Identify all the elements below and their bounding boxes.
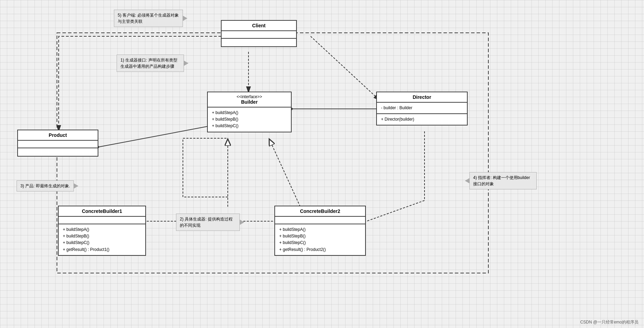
annotation-1: 1) 生成器接口: 声明在所有类型生成器中通用的产品构建步骤 [117, 55, 184, 72]
arrows-svg [0, 0, 644, 328]
cb1-to-builder-dashed-line [183, 138, 228, 197]
client-section1 [222, 31, 296, 39]
annotation-5-text: 5) 客户端: 必须将某个生成器对象与主管类关联 [118, 13, 179, 24]
product-class: Product [17, 130, 98, 157]
annotation-3: 3) 产品: 即最终生成的对象. [17, 180, 74, 191]
cb2-method3: + buildStepC() [279, 240, 361, 246]
product-section1 [18, 141, 98, 148]
product-header: Product [18, 130, 98, 141]
concrete-builder1-class: ConcreteBuilder1 + buildStepA() + buildS… [58, 206, 146, 256]
director-methods: + Director(builder) [377, 114, 467, 125]
client-to-director-arrow [311, 36, 380, 100]
cb2-section1 [275, 217, 365, 224]
builder-method1: + buildStepA() [212, 110, 287, 116]
director-method1: + Director(builder) [381, 116, 463, 123]
builder-stereotype: <<interface>> [212, 94, 287, 99]
client-class: Client [221, 20, 297, 47]
client-name: Client [252, 23, 266, 28]
builder-method3: + buildStepC() [212, 123, 287, 129]
cb2-to-builder-arrow [269, 139, 300, 207]
diagram-container: Client <<interface>> Builder + buildStep… [0, 0, 644, 328]
director-header: Director [377, 92, 467, 103]
builder-name: Builder [241, 99, 257, 105]
cb2-method4: + getResult() : Product2() [279, 246, 361, 253]
builder-methods: + buildStepA() + buildStepB() + buildSte… [208, 107, 291, 132]
cb2-methods: + buildStepA() + buildStepB() + buildSte… [275, 224, 365, 255]
director-fields: - builder : Builder [377, 103, 467, 114]
director-to-cb2-line [367, 200, 425, 221]
footer-text: CSDN @一只经常emo的程序员 [580, 320, 638, 325]
cb1-method3: + buildStepC() [63, 240, 141, 246]
builder-header: <<interface>> Builder [208, 92, 291, 107]
cb2-method1: + buildStepA() [279, 226, 361, 233]
director-class: Director - builder : Builder + Director(… [376, 92, 468, 125]
cb1-method4: + getResult() : Product1() [63, 246, 141, 253]
cb2-header: ConcreteBuilder2 [275, 206, 365, 217]
director-field1: - builder : Builder [381, 105, 463, 111]
annotation-2-text: 2) 具体生成器: 提供构造过程的不同实现 [180, 217, 233, 228]
cb1-methods: + buildStepA() + buildStepB() + buildSte… [59, 224, 145, 255]
cb1-method2: + buildStepB() [63, 233, 141, 240]
annotation-4-text: 4) 指挥者: 构建一个使用builder接口的对象 [473, 175, 530, 186]
annotation-4: 4) 指挥者: 构建一个使用builder接口的对象 [469, 172, 537, 189]
builder-class: <<interface>> Builder + buildStepA() + b… [207, 92, 292, 132]
director-name: Director [413, 94, 431, 100]
footer: CSDN @一只经常emo的程序员 [580, 319, 638, 325]
cb1-section1 [59, 217, 145, 224]
annotation-3-text: 3) 产品: 即最终生成的对象. [20, 184, 70, 188]
client-section2 [222, 39, 296, 46]
cb1-name: ConcreteBuilder1 [82, 208, 122, 214]
cb2-method2: + buildStepB() [279, 233, 361, 240]
cb1-header: ConcreteBuilder1 [59, 206, 145, 217]
cb1-method1: + buildStepA() [63, 226, 141, 233]
product-name: Product [49, 132, 67, 138]
concrete-builder2-class: ConcreteBuilder2 + buildStepA() + buildS… [274, 206, 366, 256]
cb2-name: ConcreteBuilder2 [300, 208, 340, 214]
annotation-5: 5) 客户端: 必须将某个生成器对象与主管类关联 [114, 10, 183, 27]
builder-method2: + buildStepB() [212, 116, 287, 123]
client-header: Client [222, 21, 296, 31]
annotation-2: 2) 具体生成器: 提供构造过程的不同实现 [176, 214, 240, 231]
builder-to-product-line [99, 126, 209, 147]
annotation-1-text: 1) 生成器接口: 声明在所有类型生成器中通用的产品构建步骤 [120, 58, 177, 69]
product-section2 [18, 148, 98, 156]
